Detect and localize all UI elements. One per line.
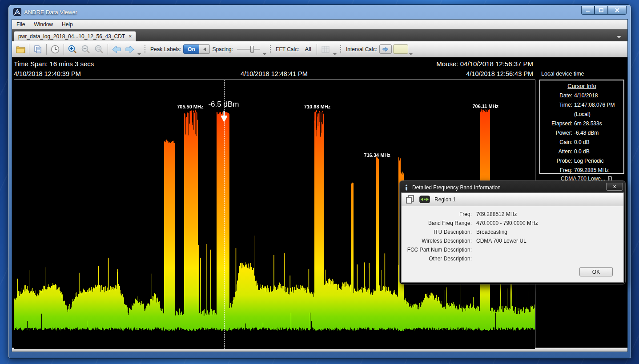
toolbar-overflow-icon[interactable] bbox=[263, 53, 266, 55]
cursor-power-label: -6.5 dBm bbox=[208, 100, 239, 109]
dialog-field-value: Broadcasting bbox=[476, 228, 623, 236]
tab-pwr-data-log[interactable]: pwr_data_log_2018_04...10_12_56_43_CDT × bbox=[14, 31, 136, 41]
toolbar-separator bbox=[108, 44, 108, 55]
fft-calc-all-button[interactable]: All bbox=[305, 46, 311, 52]
tab-label: pwr_data_log_2018_04...10_12_56_43_CDT bbox=[18, 33, 125, 40]
peak-label: 706.11 MHz bbox=[472, 104, 498, 109]
slider-track bbox=[237, 49, 260, 50]
dialog-titlebar[interactable]: Detailed Frequency Band Information x bbox=[401, 182, 624, 192]
timeline-start-label: 4/10/2018 12:40:39 PM bbox=[14, 70, 81, 77]
app-window: ANDRE Data Viewer File Window Help pwr_d… bbox=[8, 4, 631, 359]
cursor-info-label: Atten: bbox=[540, 147, 572, 156]
slider-thumb[interactable] bbox=[250, 46, 254, 53]
nav-back-button[interactable] bbox=[110, 43, 123, 56]
peak-labels-arrow-button[interactable] bbox=[199, 44, 210, 54]
dialog-close-button[interactable]: x bbox=[606, 183, 623, 191]
interval-calc-arrow-button[interactable] bbox=[379, 44, 392, 54]
fft-interval-button[interactable] bbox=[319, 43, 332, 56]
cursor-info-row: Elapsed:6m 28.533s bbox=[540, 119, 623, 128]
dialog-row: Freq:709.288512 MHz bbox=[402, 210, 623, 219]
toolbar-grip[interactable] bbox=[269, 44, 271, 54]
right-arrow-icon bbox=[382, 47, 389, 52]
cursor-info-label: Date: bbox=[540, 91, 572, 100]
window-title: ANDRE Data Viewer bbox=[24, 9, 77, 16]
toolbar-overflow-icon[interactable] bbox=[333, 53, 337, 55]
time-span-text: Time Span: 16 mins 3 secs bbox=[14, 60, 94, 68]
dialog-field-value: CDMA 700 Lower UL bbox=[476, 236, 623, 245]
cursor-info-value: 6m 28.533s bbox=[574, 119, 623, 128]
dialog-field-label: Band Freq Range: bbox=[402, 219, 472, 228]
zoom-in-button[interactable] bbox=[66, 43, 79, 56]
cursor-info-row: Gain:0.0 dB bbox=[540, 138, 623, 147]
nav-forward-button[interactable] bbox=[123, 43, 137, 56]
cursor-info-label: Power: bbox=[540, 128, 572, 138]
dialog-rows: Freq:709.288512 MHzBand Freq Range:470.0… bbox=[402, 206, 623, 263]
peak-labels-on[interactable]: On bbox=[183, 44, 199, 54]
dialog-field-label: ITU Description: bbox=[402, 228, 472, 236]
cursor-info-row: Probe:Log Periodic bbox=[540, 156, 623, 166]
dialog-field-label: FCC Part Num Description: bbox=[402, 245, 472, 254]
cursor-info-title: Cursor Info bbox=[540, 83, 623, 89]
dialog-title: Detailed Frequency Band Information bbox=[412, 184, 501, 191]
cursor-info-panel: Cursor Info Date:4/10/2018Time:12:47:08.… bbox=[539, 80, 624, 174]
dialog-body: Region 1 Freq:709.288512 MHzBand Freq Ra… bbox=[401, 192, 624, 283]
dialog-field-value: 470.0000 - 790.0000 MHz bbox=[476, 219, 623, 228]
toolbar-overflow-icon[interactable] bbox=[409, 53, 413, 55]
cursor-info-label: Freq: bbox=[540, 166, 572, 175]
copy-button[interactable] bbox=[31, 43, 44, 56]
copy-region-icon[interactable] bbox=[405, 194, 415, 205]
cursor-info-label: Time: bbox=[540, 100, 572, 119]
cursor-info-row: Date:4/10/2018 bbox=[540, 91, 623, 100]
toolbar-grip[interactable] bbox=[340, 44, 342, 54]
forward-arrow-icon bbox=[125, 45, 135, 54]
cursor-info-row: Freq:709.2885 MHz bbox=[540, 166, 623, 175]
menu-window[interactable]: Window bbox=[29, 20, 57, 28]
cursor-down-arrow-icon bbox=[221, 110, 228, 122]
interval-calc-value-button[interactable] bbox=[393, 44, 408, 54]
cursor-info-label: Gain: bbox=[540, 138, 572, 147]
close-button[interactable] bbox=[608, 6, 627, 15]
peak-label: 716.34 MHz bbox=[364, 152, 390, 158]
back-arrow-icon bbox=[111, 45, 122, 54]
cursor-info-value: 12:47:08.076 PM (Local) bbox=[574, 100, 623, 119]
cursor-info-label: Elapsed: bbox=[540, 119, 572, 128]
open-file-button[interactable] bbox=[14, 43, 27, 56]
fft-calc-label: FFT Calc: bbox=[276, 46, 299, 52]
dialog-field-value bbox=[476, 245, 623, 254]
toolbar-grip[interactable] bbox=[144, 44, 146, 54]
dialog-row: Other Description: bbox=[402, 254, 623, 263]
window-body: File Window Help pwr_data_log_2018_04...… bbox=[12, 19, 628, 352]
tab-close-icon[interactable]: × bbox=[129, 34, 132, 39]
fft-grid-icon bbox=[321, 45, 330, 54]
cursor-info-label: Probe: bbox=[540, 156, 572, 166]
region-label: Region 1 bbox=[434, 196, 456, 203]
zoom-reset-button[interactable] bbox=[92, 43, 106, 56]
menu-file[interactable]: File bbox=[12, 20, 29, 28]
spacing-slider[interactable] bbox=[237, 45, 260, 54]
dialog-field-label: Freq: bbox=[402, 210, 472, 219]
zoom-out-button[interactable] bbox=[79, 43, 92, 56]
dialog-field-value bbox=[476, 254, 623, 263]
cursor-info-value: Log Periodic bbox=[574, 156, 623, 166]
dialog-row: FCC Part Num Description: bbox=[402, 245, 623, 254]
ok-button[interactable]: OK bbox=[579, 267, 613, 276]
toolbar-separator bbox=[29, 44, 29, 55]
band-range-icon[interactable] bbox=[419, 196, 430, 203]
app-icon bbox=[13, 8, 21, 16]
tab-list-dropdown-icon[interactable] bbox=[617, 36, 621, 38]
minimize-button[interactable] bbox=[581, 6, 595, 15]
spacing-label: Spacing: bbox=[212, 46, 233, 52]
copy-icon bbox=[33, 44, 43, 54]
peak-labels-toggle[interactable]: On bbox=[183, 44, 210, 54]
toolbar-separator bbox=[64, 44, 64, 55]
left-arrow-icon bbox=[203, 48, 206, 51]
time-button[interactable] bbox=[48, 43, 62, 56]
maximize-button[interactable] bbox=[595, 6, 608, 15]
dialog-info-icon bbox=[404, 184, 409, 191]
mouse-position-text: Mouse: 04/10/2018 12:56:37 PM bbox=[436, 60, 533, 68]
frequency-band-dialog[interactable]: Detailed Frequency Band Information x bbox=[399, 180, 626, 284]
peak-labels-label: Peak Labels: bbox=[150, 46, 181, 52]
menu-help[interactable]: Help bbox=[57, 20, 77, 28]
titlebar[interactable]: ANDRE Data Viewer bbox=[8, 5, 631, 19]
toolbar-overflow-icon[interactable] bbox=[137, 53, 141, 55]
